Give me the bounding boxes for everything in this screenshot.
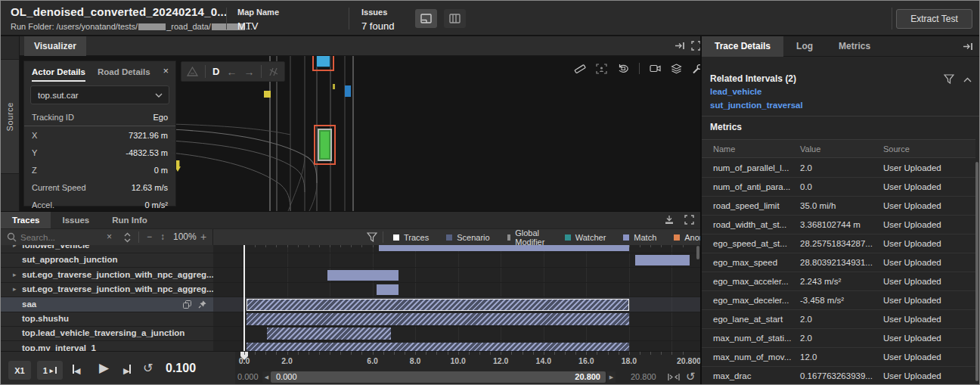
metric-row[interactable]: ego_lane_at_start2.0User Uploaded — [702, 310, 975, 329]
slider-left-arrow[interactable]: ◀ — [262, 371, 271, 383]
metric-row[interactable]: road_speed_limit35.0 mi/hUser Uploaded — [702, 197, 975, 216]
play-button-icon[interactable]: ▶ — [99, 360, 109, 376]
column-header-source[interactable]: Source — [883, 144, 910, 154]
fullscreen-icon[interactable] — [684, 215, 694, 225]
timeline-row[interactable] — [213, 297, 700, 312]
loop-icon[interactable]: ↺ — [143, 361, 153, 375]
tab-metrics[interactable]: Metrics — [826, 36, 883, 57]
timeline-row[interactable] — [213, 245, 700, 253]
scrollbar-thumb[interactable] — [975, 162, 978, 381]
next-arrow-button[interactable]: → — [243, 66, 254, 78]
metric-row[interactable]: max_num_of_stati...2.0User Uploaded — [702, 329, 975, 348]
filter-icon[interactable] — [944, 74, 954, 84]
interval-bar[interactable] — [327, 270, 398, 281]
pin-icon[interactable] — [198, 300, 206, 309]
rotate-view-icon[interactable] — [617, 64, 629, 74]
close-icon[interactable]: × — [163, 65, 169, 76]
trace-row[interactable]: top.lead_vehicle_traversing_a_junction — [1, 326, 213, 341]
actor-select-dropdown[interactable]: top.sut.car — [30, 85, 169, 104]
trace-row[interactable]: sut_approach_junction — [1, 253, 213, 268]
column-header-value[interactable]: Value — [800, 144, 820, 154]
scrollbar-thumb[interactable] — [696, 246, 699, 259]
measure-ruler-icon[interactable] — [574, 63, 586, 74]
timeline-row[interactable] — [213, 312, 700, 327]
zoom-in-icon[interactable]: + — [200, 231, 206, 243]
metric-row[interactable]: ego_max_deceler...-3.458 m/s²User Upload… — [702, 291, 975, 310]
interval-bar[interactable] — [377, 284, 398, 295]
fit-range-icon[interactable] — [668, 373, 680, 381]
focus-actor-icon[interactable] — [596, 64, 607, 74]
related-interval-link[interactable]: lead_vehicle — [710, 87, 761, 96]
camera-icon[interactable] — [650, 64, 661, 73]
timeline-row[interactable] — [213, 282, 700, 297]
interval-bar[interactable] — [247, 343, 629, 351]
speed-button[interactable]: X1 — [8, 361, 31, 380]
source-tab[interactable]: Source — [1, 59, 19, 174]
prev-arrow-button[interactable]: ← — [226, 66, 237, 78]
trace-row[interactable]: ▸follower_vehicle — [1, 245, 213, 253]
npc-vehicle[interactable] — [345, 85, 351, 97]
interval-bar[interactable] — [379, 245, 629, 251]
expand-arrow-icon[interactable]: ▸ — [13, 245, 17, 249]
expand-arrow-icon[interactable]: ▸ — [13, 285, 17, 293]
trace-row[interactable]: ▸sut.ego_traverse_junction_with_npc_aggr… — [1, 282, 213, 297]
extract-test-button[interactable]: Extract Test — [896, 9, 972, 29]
tab-run-info[interactable]: Run Info — [101, 212, 159, 228]
metric-row[interactable]: ego_max_acceler...2.243 m/s²User Uploade… — [702, 272, 975, 291]
clear-search-icon[interactable]: × — [107, 231, 112, 242]
fit-height-icon[interactable]: ↕ — [160, 231, 165, 242]
expand-collapse-all-icon[interactable] — [123, 232, 132, 243]
metric-row[interactable]: num_of_parallel_l...2.0User Uploaded — [702, 159, 975, 178]
expand-arrow-icon[interactable]: ▸ — [13, 271, 17, 278]
collapse-panel-icon[interactable] — [675, 41, 685, 51]
collapse-panel-icon[interactable] — [963, 42, 973, 51]
reset-range-icon[interactable]: ↺ — [686, 370, 696, 383]
layers-icon[interactable] — [671, 64, 682, 74]
tab-road-details[interactable]: Road Details — [98, 67, 150, 76]
tab-trace-details[interactable]: Trace Details — [702, 36, 783, 57]
timeline-row[interactable] — [213, 326, 700, 341]
collapse-section-chevron-icon[interactable] — [963, 77, 972, 82]
zoom-out-icon[interactable]: − — [147, 231, 152, 242]
playhead-line[interactable] — [243, 245, 245, 351]
warning-triangle-icon[interactable] — [187, 67, 198, 76]
search-input[interactable] — [20, 231, 100, 244]
skip-to-end-icon[interactable]: ▶ — [123, 363, 131, 377]
metric-row[interactable]: ego_max_speed28.80392134931...User Uploa… — [702, 253, 975, 272]
tab-visualizer[interactable]: Visualizer — [24, 36, 86, 56]
time-axis[interactable]: 0.000 ◀ 0.000 20.800 ▶ 20.800 ↺ 0.02.06.… — [235, 352, 700, 385]
related-interval-link[interactable]: sut_junction_traversal — [710, 101, 803, 110]
slider-track[interactable]: 0.000 20.800 — [271, 371, 606, 383]
copy-icon[interactable] — [183, 300, 191, 309]
layout-bottom-panel-button[interactable] — [415, 9, 437, 28]
trace-row[interactable]: ▸sut.ego_traverse_junction_with_npc_aggr… — [1, 268, 213, 283]
tab-log[interactable]: Log — [783, 36, 826, 57]
metric-row[interactable]: road_width_at_st...3.368102744 mUser Upl… — [702, 216, 975, 234]
zoom-level[interactable]: 100% — [173, 231, 197, 242]
settings-wrench-icon[interactable] — [692, 64, 700, 74]
timeline-row[interactable] — [213, 341, 700, 351]
mode-d-button[interactable]: D — [212, 66, 219, 77]
timeline-row[interactable] — [213, 253, 700, 268]
tab-traces[interactable]: Traces — [1, 212, 51, 228]
interval-bar[interactable] — [247, 313, 629, 325]
step-button[interactable]: 1 ▸ — [37, 361, 63, 380]
metric-row[interactable]: num_of_anti_para...0.0User Uploaded — [702, 178, 975, 197]
trace-row[interactable]: saa — [1, 297, 213, 312]
interval-bar[interactable] — [267, 328, 391, 340]
slider-right-arrow[interactable]: ▶ — [607, 371, 616, 383]
ego-vehicle-selected[interactable] — [318, 129, 332, 161]
layout-right-panel-button[interactable] — [444, 9, 466, 28]
road-ramp-icon[interactable] — [268, 67, 279, 76]
column-header-name[interactable]: Name — [713, 144, 735, 154]
npc-vehicle-selected[interactable] — [316, 56, 330, 67]
tab-actor-details[interactable]: Actor Details — [32, 63, 85, 82]
metric-row[interactable]: max_drac0.167763263939...User Uploaded — [702, 367, 975, 385]
download-icon[interactable] — [664, 215, 675, 225]
trace-row[interactable]: top.my_interval_1 — [1, 341, 213, 351]
filter-icon[interactable] — [367, 232, 377, 242]
interval-bar[interactable] — [635, 255, 690, 265]
trace-row[interactable]: top.shushu — [1, 312, 213, 327]
viewport-3d[interactable]: D ← → Actor Details Road Details × top.s — [20, 56, 700, 211]
timeline-row[interactable] — [213, 268, 700, 283]
